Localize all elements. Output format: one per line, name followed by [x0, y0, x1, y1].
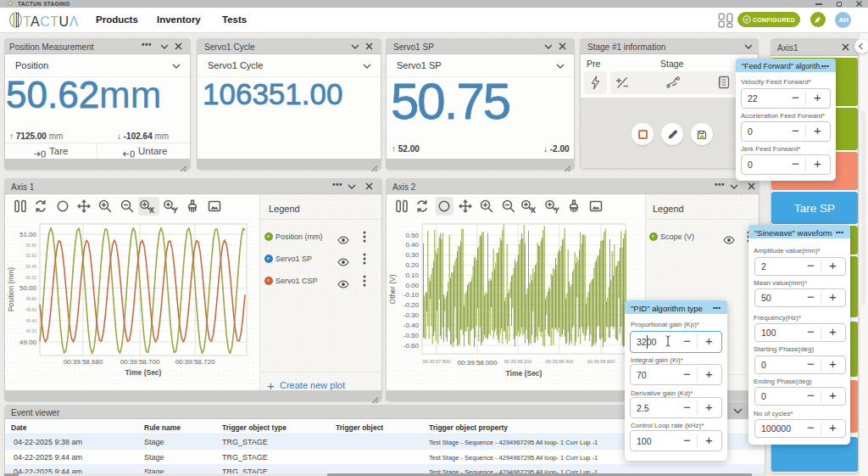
svg-text:51.00: 51.00	[19, 231, 37, 238]
svg-text:49.60: 49.60	[25, 307, 36, 312]
svg-text:00:39:58.200: 00:39:58.200	[504, 359, 532, 364]
svg-text:0.50: 0.50	[405, 232, 419, 239]
svg-text:00:39:58.400: 00:39:58.400	[546, 359, 574, 364]
svg-text:00:39:58.000: 00:39:58.000	[458, 359, 498, 367]
svg-text:0.20: 0.20	[405, 261, 419, 269]
svg-text:0.00: 0.00	[405, 282, 419, 289]
svg-text:Time (Sec): Time (Sec)	[506, 369, 542, 378]
svg-text:00:39:58.600: 00:39:58.600	[587, 359, 615, 364]
svg-text:00:39:58.700: 00:39:58.700	[120, 358, 160, 366]
svg-text:50.60: 50.60	[25, 253, 36, 258]
svg-text:Other (V): Other (V)	[388, 274, 397, 304]
svg-text:-0.10: -0.10	[403, 291, 420, 299]
svg-text:-0.20: -0.20	[403, 301, 420, 309]
svg-text:00:39:57.800: 00:39:57.800	[423, 359, 451, 364]
svg-text:Position (mm): Position (mm)	[7, 267, 15, 312]
svg-text:50.20: 50.20	[25, 275, 36, 280]
svg-text:49.00: 49.00	[19, 339, 37, 346]
svg-text:49.80: 49.80	[25, 296, 36, 301]
svg-text:0.40: 0.40	[405, 241, 419, 249]
svg-text:-0.60: -0.60	[403, 342, 420, 350]
svg-text:00:39:58.720: 00:39:58.720	[175, 358, 215, 366]
svg-text:-0.40: -0.40	[403, 322, 420, 329]
svg-text:0.10: 0.10	[405, 272, 419, 279]
svg-text:0.30: 0.30	[405, 251, 419, 259]
svg-text:50.00: 50.00	[19, 284, 37, 292]
svg-text:00:39:58.680: 00:39:58.680	[64, 358, 103, 366]
svg-text:50.80: 50.80	[25, 243, 36, 248]
svg-text:49.20: 49.20	[25, 328, 36, 333]
svg-text:-0.50: -0.50	[403, 332, 420, 339]
svg-text:50.40: 50.40	[25, 264, 36, 269]
svg-text:49.40: 49.40	[25, 318, 36, 323]
svg-text:Time (Sec): Time (Sec)	[125, 368, 162, 377]
svg-text:-0.30: -0.30	[403, 311, 420, 319]
